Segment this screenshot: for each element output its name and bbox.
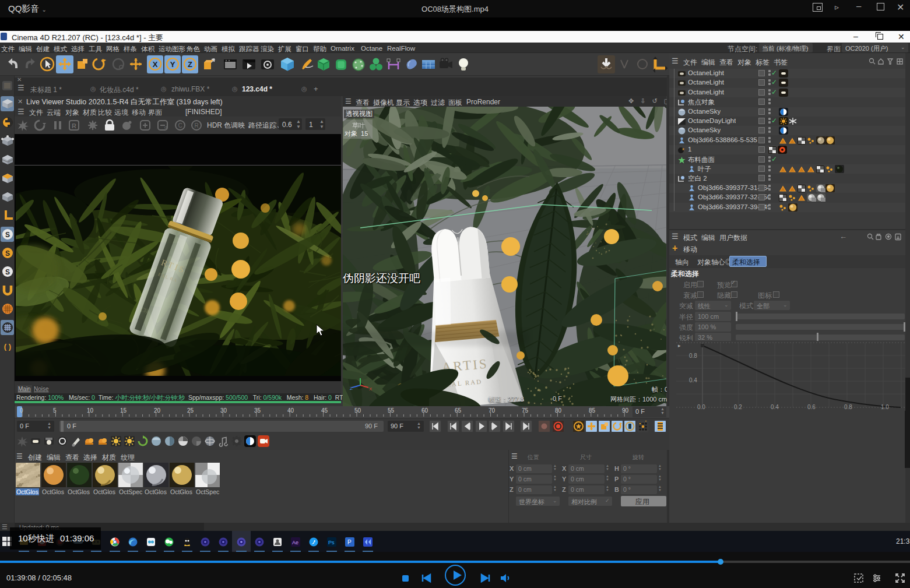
svg-text:d: d <box>164 125 167 130</box>
svg-text:Ps: Ps <box>328 540 335 545</box>
svg-text:S: S <box>5 231 9 239</box>
svg-text:X: X <box>153 60 158 69</box>
svg-text:Z: Z <box>350 386 353 391</box>
svg-text:R: R <box>72 122 76 129</box>
svg-text:S: S <box>5 249 9 258</box>
svg-text:0.8: 0.8 <box>689 353 697 359</box>
svg-text:Z: Z <box>188 60 192 69</box>
svg-text:X: X <box>369 386 372 391</box>
svg-text:0.4: 0.4 <box>689 377 697 383</box>
svg-text:Ae: Ae <box>292 540 298 545</box>
svg-text:Y: Y <box>170 60 175 69</box>
svg-text:C: C <box>178 122 182 129</box>
svg-text:( ): ( ) <box>3 342 10 351</box>
svg-text:P: P <box>347 539 352 545</box>
svg-text:R: R <box>194 122 198 129</box>
svg-text:*: * <box>682 147 684 154</box>
svg-text:S: S <box>5 268 9 276</box>
